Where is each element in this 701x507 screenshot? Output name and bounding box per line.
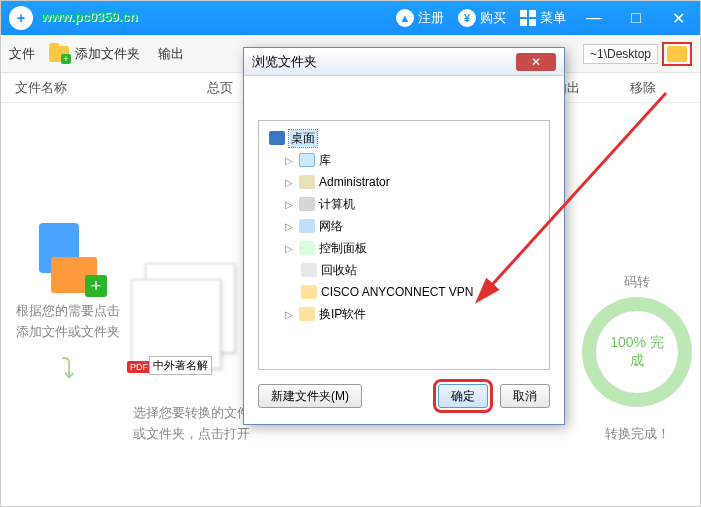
library-icon: [299, 153, 315, 167]
tree-label: 桌面: [289, 130, 317, 147]
arrow-down-icon: ⤵: [3, 353, 133, 385]
browse-folder-button[interactable]: [662, 42, 692, 66]
expand-icon[interactable]: ▷: [285, 243, 295, 254]
minimize-button[interactable]: —: [580, 9, 608, 27]
tree-item-recycle-bin[interactable]: 回收站: [263, 259, 545, 281]
cancel-button[interactable]: 取消: [500, 384, 550, 408]
menu-label: 菜单: [540, 9, 566, 27]
progress-percent: 100%: [610, 334, 646, 350]
done-label: 转换完成！: [582, 425, 692, 443]
folder-icon: [301, 285, 317, 299]
tree-item-library[interactable]: ▷ 库: [263, 149, 545, 171]
pdf-badge: PDF: [127, 361, 151, 373]
control-panel-icon: [299, 241, 315, 255]
tree-item-admin[interactable]: ▷ Administrator: [263, 171, 545, 193]
buy-label: 购买: [480, 9, 506, 27]
grid-icon: [520, 10, 536, 26]
tree-label: CISCO ANYCONNECT VPN: [321, 285, 473, 299]
right-top-hint: 码转: [582, 273, 692, 291]
tree-item-ipswap[interactable]: ▷ 换IP软件: [263, 303, 545, 325]
preview-file-label: 中外著名解: [149, 356, 212, 375]
col-remove: 移除: [630, 79, 656, 97]
watermark-text: www.pc0359.cn: [41, 9, 137, 24]
hint-line1: 根据您的需要点击: [3, 301, 133, 322]
titlebar: + www.pc0359.cn ▲ 注册 ¥ 购买 菜单 — □ ✕: [1, 1, 700, 35]
expand-icon[interactable]: ▷: [285, 177, 295, 188]
menu-button[interactable]: 菜单: [520, 9, 566, 27]
add-folder-label: 添加文件夹: [75, 45, 140, 63]
close-button[interactable]: ✕: [664, 9, 692, 28]
expand-icon[interactable]: ▷: [285, 155, 295, 166]
file-preview: PDF 中外著名解 选择您要转换的文件 或文件夹，点击打开: [131, 263, 251, 445]
tree-label: 库: [319, 152, 331, 169]
register-label: 注册: [418, 9, 444, 27]
file-label: 文件: [9, 45, 35, 63]
tree-label: 控制面板: [319, 240, 367, 257]
ok-button[interactable]: 确定: [438, 384, 488, 408]
expand-icon[interactable]: ▷: [285, 309, 295, 320]
tree-label: 换IP软件: [319, 306, 366, 323]
buy-button[interactable]: ¥ 购买: [458, 9, 506, 27]
add-files-icon: +: [33, 223, 103, 293]
tree-label: 回收站: [321, 262, 357, 279]
tree-label: Administrator: [319, 175, 390, 189]
dialog-button-row: 新建文件夹(M) 确定 取消: [244, 370, 564, 424]
app-logo: +: [9, 6, 33, 30]
output-section: 输出: [158, 45, 184, 63]
progress-card: 码转 100% 完成 转换完成！: [582, 273, 692, 443]
register-button[interactable]: ▲ 注册: [396, 9, 444, 27]
browse-folder-dialog: 浏览文件夹 ✕ 桌面 ▷ 库 ▷ Administrator ▷ 计算机 ▷ 网…: [243, 47, 565, 425]
output-label: 输出: [158, 45, 184, 63]
tree-item-control-panel[interactable]: ▷ 控制面板: [263, 237, 545, 259]
folder-tree[interactable]: 桌面 ▷ 库 ▷ Administrator ▷ 计算机 ▷ 网络 ▷ 控制面板: [258, 120, 550, 370]
hint-line2: 添加文件或文件夹: [3, 322, 133, 343]
dialog-titlebar[interactable]: 浏览文件夹 ✕: [244, 48, 564, 76]
network-icon: [299, 219, 315, 233]
new-folder-button[interactable]: 新建文件夹(M): [258, 384, 362, 408]
expand-icon[interactable]: ▷: [285, 221, 295, 232]
folder-icon: +: [49, 46, 69, 62]
progress-donut: 100% 完成: [582, 297, 692, 407]
add-folder-button[interactable]: + 添加文件夹: [49, 45, 140, 63]
tree-label: 网络: [319, 218, 343, 235]
add-files-hint-card: + 根据您的需要点击 添加文件或文件夹 ⤵: [3, 223, 133, 385]
tree-item-desktop[interactable]: 桌面: [263, 127, 545, 149]
recycle-bin-icon: [301, 263, 317, 277]
tree-item-computer[interactable]: ▷ 计算机: [263, 193, 545, 215]
expand-icon[interactable]: ▷: [285, 199, 295, 210]
user-folder-icon: [299, 175, 315, 189]
user-icon: ▲: [396, 9, 414, 27]
mid-hint2: 或文件夹，点击打开: [111, 424, 271, 445]
tree-item-network[interactable]: ▷ 网络: [263, 215, 545, 237]
output-path-field[interactable]: ~1\Desktop: [583, 44, 658, 64]
col-filename: 文件名称: [15, 79, 67, 97]
add-file-button[interactable]: 文件: [9, 45, 35, 63]
folder-icon: [299, 307, 315, 321]
tree-label: 计算机: [319, 196, 355, 213]
dialog-close-button[interactable]: ✕: [516, 53, 556, 71]
yen-icon: ¥: [458, 9, 476, 27]
tree-item-vpn[interactable]: CISCO ANYCONNECT VPN: [263, 281, 545, 303]
maximize-button[interactable]: □: [622, 9, 650, 27]
folder-icon: [667, 46, 687, 62]
computer-icon: [299, 197, 315, 211]
col-pages: 总页: [207, 79, 233, 97]
desktop-icon: [269, 131, 285, 145]
dialog-title: 浏览文件夹: [252, 53, 317, 71]
